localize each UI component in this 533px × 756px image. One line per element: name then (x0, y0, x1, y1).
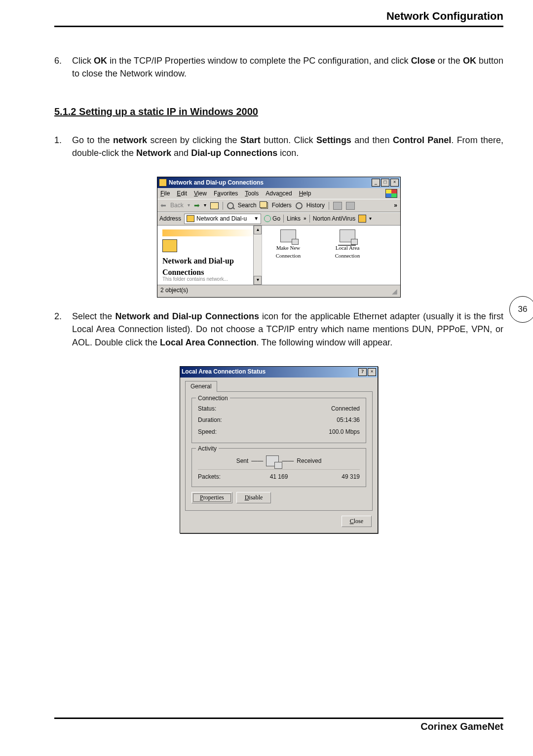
group-activity: Activity Sent —— —— Received (191, 448, 366, 487)
forward-dropdown-icon[interactable]: ▾ (204, 202, 206, 209)
menu-file[interactable]: FFileile (160, 189, 170, 198)
menu-help[interactable]: HelpHelp (299, 189, 311, 198)
back-dropdown-icon[interactable]: ▾ (188, 202, 190, 209)
local-area-connection-item[interactable]: Local Area Connection (325, 229, 370, 281)
menu-view[interactable]: ViewView (194, 189, 207, 198)
history-icon (296, 202, 303, 209)
step-2-number: 2. (54, 310, 72, 358)
text: Click (72, 56, 94, 66)
step-2: 2. Select the Network and Dial-up Connec… (54, 310, 503, 358)
separator (309, 215, 310, 223)
address-dropdown-icon[interactable]: ▼ (254, 215, 259, 223)
packets-received-value: 49 319 (306, 473, 360, 481)
toolbar-nav: ⬅ Back ▾ ➡ ▾ Search Folders History (157, 199, 400, 212)
packets-label: Packets: (198, 473, 251, 481)
close-button[interactable]: × (368, 368, 376, 376)
step-1: 1. Go to the network screen by clicking … (54, 134, 503, 169)
minimize-button[interactable]: _ (372, 179, 380, 187)
duration-label: Duration: (198, 416, 222, 424)
text: or the (435, 56, 463, 66)
search-button[interactable]: Search (238, 201, 257, 210)
history-button[interactable]: History (306, 201, 325, 210)
packets-sent-value: 41 169 (252, 473, 305, 481)
window-lac-status: Local Area Connection Status ? × General… (180, 366, 378, 533)
properties-button[interactable]: PropertiesProperties (191, 492, 232, 503)
bold-start: Start (240, 135, 261, 145)
pane-description: This folder contains network... (162, 276, 228, 283)
close-button[interactable]: × (390, 179, 399, 187)
sent-label: Sent (236, 457, 249, 465)
resize-grip-icon[interactable]: ◢ (392, 286, 397, 296)
folders-button[interactable]: Folders (272, 201, 292, 210)
text: . The following window will appear. (256, 338, 392, 347)
right-pane: Make New Connection Local Area Connectio… (262, 226, 400, 285)
menubar: FFileile EditEdit ViewView FavoritesFavo… (157, 188, 400, 199)
tab-general[interactable]: General (185, 381, 217, 392)
links-overflow-icon[interactable]: » (304, 215, 306, 223)
bold-settings: Settings (316, 135, 351, 145)
folders-icon (261, 202, 268, 209)
scrollbar[interactable]: ▴ ▾ (253, 226, 262, 285)
footer-title: Corinex GameNet (54, 718, 503, 732)
menu-tools[interactable]: ToolsTools (245, 189, 259, 198)
bold-dialup: Dial-up Connections (191, 148, 277, 158)
bold-local-area-connection: Local Area Connection (160, 338, 256, 347)
activity-computers-icon (266, 455, 279, 466)
titlebar[interactable]: Network and Dial-up Connections _ □ × (157, 177, 400, 188)
norton-label[interactable]: Norton AntiVirus (313, 215, 356, 223)
address-folder-icon (187, 215, 194, 222)
toolbar-gray-icon-2[interactable] (346, 202, 355, 210)
bold-network2: Network (136, 148, 171, 158)
go-icon (264, 215, 271, 222)
norton-dropdown-icon[interactable]: ▾ (369, 215, 372, 223)
text: and then (351, 135, 393, 145)
make-new-connection-item[interactable]: Make New Connection (266, 229, 310, 281)
pane-banner (162, 229, 257, 236)
tab-panel: Connection Status: Connected Duration: 0… (185, 391, 373, 511)
group-activity-legend: Activity (196, 445, 219, 453)
up-folder-icon[interactable] (210, 202, 219, 209)
statusbar: 2 object(s) ◢ (157, 285, 400, 297)
window-title: Local Area Connection Status (182, 368, 266, 376)
text: button. Click (261, 135, 316, 145)
titlebar[interactable]: Local Area Connection Status ? × (180, 367, 378, 378)
left-pane: Network and Dial-up Connections This fol… (157, 226, 262, 285)
make-new-connection-label: Make New Connection (266, 244, 310, 260)
make-new-connection-icon (280, 229, 296, 242)
pane-title: Network and Dial-up Connections (162, 255, 257, 278)
bold-close: Close (411, 56, 435, 66)
menu-advanced[interactable]: AdvancedAdvanced (266, 189, 292, 198)
section-heading: 5.1.2 Setting up a static IP in Windows … (54, 105, 503, 119)
forward-icon[interactable]: ➡ (194, 200, 200, 210)
close-dialog-button[interactable]: CloseClose (342, 516, 372, 527)
bold-control-panel: Control Panel (393, 135, 451, 145)
menu-edit[interactable]: EditEdit (177, 189, 187, 198)
figure-network-dialup-window: Network and Dial-up Connections _ □ × FF… (54, 177, 503, 298)
toolbar-gray-icon-1[interactable] (333, 202, 342, 210)
go-button[interactable]: Go (264, 215, 280, 223)
local-area-connection-icon (340, 229, 355, 242)
help-button[interactable]: ? (358, 368, 367, 376)
links-button[interactable]: Links (287, 215, 301, 223)
norton-icon (358, 215, 366, 223)
activity-dash: —— (282, 457, 294, 465)
group-connection-legend: Connection (196, 394, 230, 403)
maximize-button[interactable]: □ (381, 179, 389, 187)
disable-button[interactable]: DisableDisable (236, 492, 271, 503)
scroll-down-icon[interactable]: ▾ (254, 276, 262, 285)
activity-dash: —— (251, 457, 263, 465)
text: icon. (277, 148, 299, 158)
text: in the TCP/IP Properties window to compl… (107, 56, 411, 66)
page-number: 36 (518, 304, 528, 314)
separator (283, 215, 284, 223)
scroll-up-icon[interactable]: ▴ (254, 226, 262, 234)
back-icon: ⬅ (160, 200, 166, 210)
menu-favorites[interactable]: FavoritesFavorites (214, 189, 238, 198)
address-input[interactable]: Network and Dial-u ▼ (184, 214, 261, 224)
toolbar-overflow-icon[interactable]: » (394, 201, 397, 210)
address-label: AddressAddress (159, 215, 181, 223)
text: Select the (72, 311, 115, 321)
step-6-number: 6. (54, 54, 72, 90)
back-button[interactable]: Back (170, 201, 184, 210)
bold-net-dial-conn: Network and Dial-up Connections (115, 311, 259, 321)
